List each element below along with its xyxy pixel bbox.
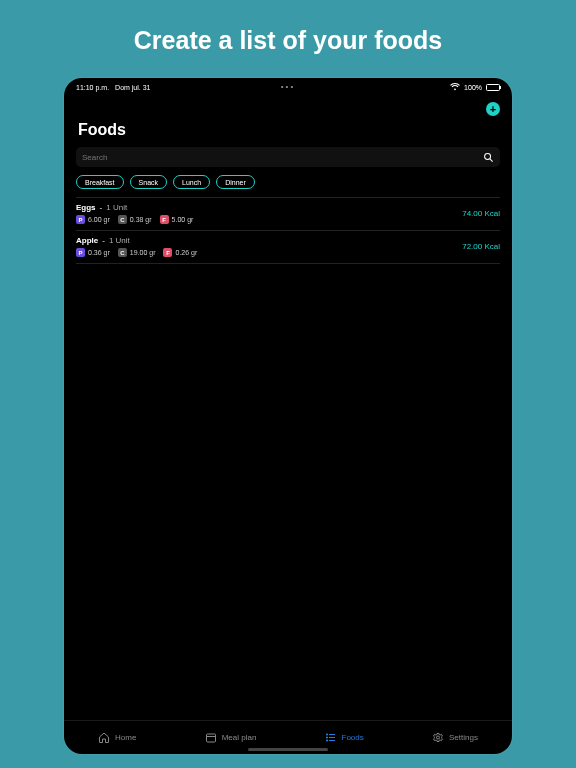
kcal-value: 74.00 Kcal [462, 203, 500, 218]
tab-settings[interactable]: Settings [432, 732, 478, 744]
carb-badge-icon: C [118, 215, 127, 224]
page-title: Foods [64, 93, 512, 147]
tab-label: Home [115, 733, 136, 742]
tab-label: Foods [342, 733, 364, 742]
tab-foods[interactable]: Foods [325, 732, 364, 744]
chip-lunch[interactable]: Lunch [173, 175, 210, 189]
list-icon [325, 732, 337, 744]
svg-rect-2 [206, 734, 215, 742]
chip-snack[interactable]: Snack [130, 175, 167, 189]
search-input[interactable] [82, 153, 483, 162]
svg-point-7 [326, 734, 327, 735]
chip-breakfast[interactable]: Breakfast [76, 175, 124, 189]
multitask-dots-icon: ••• [64, 82, 512, 91]
protein-value: 6.00 gr [88, 216, 110, 223]
home-icon [98, 732, 110, 744]
food-sep: - [100, 203, 103, 212]
gear-icon [432, 732, 444, 744]
kcal-value: 72.00 Kcal [462, 236, 500, 251]
food-name: Eggs [76, 203, 96, 212]
fat-badge-icon: F [163, 248, 172, 257]
fat-value: 0.26 gr [175, 249, 197, 256]
list-item[interactable]: Eggs - 1 Unit P6.00 gr C0.38 gr F5.00 gr… [76, 197, 500, 230]
home-indicator[interactable] [248, 748, 328, 751]
device-frame: 11:10 p.m. Dom jul. 31 ••• 100% + Foods … [64, 78, 512, 754]
svg-point-0 [485, 153, 491, 159]
search-icon[interactable] [483, 152, 494, 163]
filter-chips: Breakfast Snack Lunch Dinner [64, 175, 512, 197]
food-list: Eggs - 1 Unit P6.00 gr C0.38 gr F5.00 gr… [64, 197, 512, 264]
svg-point-8 [326, 737, 327, 738]
protein-value: 0.36 gr [88, 249, 110, 256]
battery-icon [486, 84, 500, 91]
fat-value: 5.00 gr [172, 216, 194, 223]
carb-badge-icon: C [118, 248, 127, 257]
promo-title: Create a list of your foods [0, 0, 576, 73]
food-unit: 1 Unit [106, 203, 127, 212]
calendar-icon [205, 732, 217, 744]
fat-badge-icon: F [160, 215, 169, 224]
tab-label: Meal plan [222, 733, 257, 742]
list-item[interactable]: Apple - 1 Unit P0.36 gr C19.00 gr F0.26 … [76, 230, 500, 263]
carb-value: 19.00 gr [130, 249, 156, 256]
chip-dinner[interactable]: Dinner [216, 175, 255, 189]
food-name: Apple [76, 236, 98, 245]
search-field[interactable] [76, 147, 500, 167]
protein-badge-icon: P [76, 215, 85, 224]
tab-label: Settings [449, 733, 478, 742]
protein-badge-icon: P [76, 248, 85, 257]
tab-home[interactable]: Home [98, 732, 136, 744]
svg-point-9 [326, 740, 327, 741]
carb-value: 0.38 gr [130, 216, 152, 223]
svg-line-1 [490, 158, 493, 161]
svg-point-10 [436, 736, 439, 739]
food-sep: - [102, 236, 105, 245]
status-bar: 11:10 p.m. Dom jul. 31 ••• 100% [64, 78, 512, 93]
food-unit: 1 Unit [109, 236, 130, 245]
add-food-button[interactable]: + [486, 102, 500, 116]
tab-meal-plan[interactable]: Meal plan [205, 732, 257, 744]
